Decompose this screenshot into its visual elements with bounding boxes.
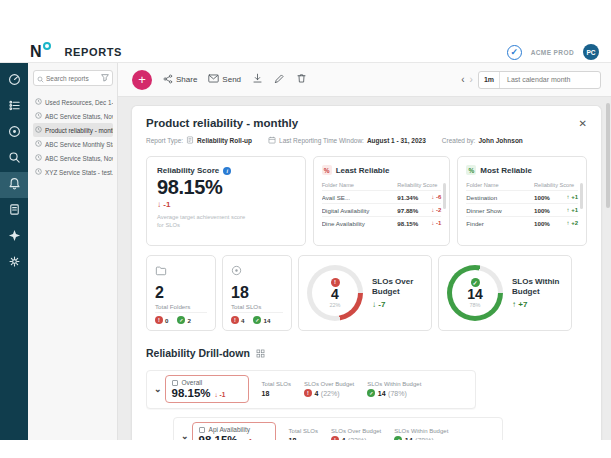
table-row[interactable]: Destination 100% ↑ +1 — [466, 190, 578, 203]
filter-icon[interactable] — [101, 74, 109, 82]
info-icon[interactable]: i — [223, 167, 231, 175]
table-row[interactable]: Dinner Show 100% ↑ +1 — [466, 203, 578, 216]
percent-red-icon: % — [322, 165, 332, 175]
folder-name: Dine Availability — [322, 220, 398, 227]
next-period-button[interactable]: › — [470, 75, 473, 85]
drilldown-row-overall: ⌄ Overall 98.15% ↓ -1 — [146, 370, 476, 409]
nav-item-slo[interactable] — [0, 120, 28, 146]
nav-item-list[interactable] — [0, 94, 28, 120]
nav-item-settings[interactable] — [0, 250, 28, 276]
prev-period-button[interactable]: ‹ — [461, 75, 464, 85]
edit-button[interactable] — [274, 72, 285, 87]
total-folders-label: Total Folders — [155, 303, 207, 310]
slos-error-count: ! 4 — [231, 316, 244, 324]
table-row[interactable]: Dine Availability 98.15% ↓ -1 — [322, 216, 442, 229]
delete-button[interactable] — [296, 72, 307, 87]
drilldown-row-delta: ↓ -1 — [242, 438, 253, 440]
within-budget-label: SLOs Within Budget — [512, 277, 560, 298]
folder-score: 100% — [534, 194, 560, 201]
nav-item-catalog[interactable] — [0, 198, 28, 224]
folder-name: Finder — [466, 220, 534, 227]
checkbox[interactable] — [199, 427, 205, 433]
gear-icon — [8, 254, 21, 272]
search-icon — [37, 69, 44, 87]
calendar-icon — [268, 136, 276, 145]
error-icon: ! — [331, 436, 339, 440]
search-box — [33, 70, 113, 86]
report-list-item[interactable]: ABC Service Status, Nov, 2022 — [33, 151, 113, 165]
avatar[interactable]: PC — [583, 44, 599, 60]
main-panel: + Share Send ‹ › 1m — [118, 63, 611, 440]
share-icon — [163, 74, 173, 86]
slos-ok-count: ✓ 14 — [253, 316, 270, 324]
drilldown-row-score: 98.15% — [199, 434, 238, 440]
close-icon[interactable]: ✕ — [579, 118, 587, 129]
download-button[interactable] — [252, 72, 263, 87]
scrollbar-thumb[interactable] — [606, 103, 610, 208]
time-range-badge: 1m — [479, 72, 500, 88]
report-list-item[interactable]: ABC Service Status, Nov, 2022 — [33, 109, 113, 123]
scrollbar-thumb[interactable] — [580, 183, 583, 209]
column-folder-name: Folder Name — [466, 182, 534, 188]
nav-item-alerts[interactable] — [0, 172, 28, 198]
header-right: ✓ ACME PROD PC — [507, 44, 599, 60]
report-item-label: ABC Service Monthly Status — [45, 141, 113, 148]
report-list-item[interactable]: ABC Service Monthly Status — [33, 137, 113, 151]
scrollbar-thumb[interactable] — [443, 183, 446, 209]
nav-item-search[interactable] — [0, 146, 28, 172]
report-list-item[interactable]: XYZ Service Stats - test... — [33, 165, 113, 179]
sparkle-icon — [8, 228, 21, 246]
total-folders-value: 2 — [155, 285, 207, 301]
reliability-score-title: Reliability Score — [157, 166, 219, 175]
toolbar: + Share Send ‹ › 1m — [118, 63, 611, 97]
check-icon: ✓ — [177, 316, 185, 324]
table-row[interactable]: Digital Availability 97.88% ↓ -2 — [322, 203, 442, 216]
table-row[interactable]: Finder 100% ↑ +2 — [466, 216, 578, 229]
drilldown-row-name: Api Availability — [209, 426, 250, 433]
report-list-item-selected[interactable]: Product reliability - monthly... — [33, 123, 113, 137]
checkbox[interactable] — [172, 380, 178, 386]
least-reliable-card: % Least Reliable Folder Name Reliability… — [313, 156, 451, 246]
report-list-item[interactable]: Used Resources, Dec 1-14, 2022 — [33, 95, 113, 109]
most-reliable-card: % Most Reliable Folder Name Reliability … — [457, 156, 587, 246]
report-type-icon — [186, 136, 194, 145]
chevron-down-icon[interactable]: ⌄ — [178, 431, 192, 440]
send-button[interactable]: Send — [208, 74, 241, 85]
drilldown-name-box[interactable]: Api Availability 98.15% ↓ -1 — [192, 422, 276, 440]
drilldown-row-api-availability: ⌄ Api Availability 98.15% ↓ -1 — [173, 417, 503, 440]
nobl9-logo: N — [30, 44, 51, 60]
reliability-score-description: Average target achievement score for SLO… — [157, 214, 249, 230]
folder-delta: ↑ +1 — [560, 194, 578, 200]
add-report-button[interactable]: + — [132, 70, 152, 90]
drilldown-over-col: SLOs Over Budget ! 4 (22%) — [331, 428, 381, 440]
search-icon — [8, 150, 21, 168]
speedometer-icon — [8, 72, 21, 90]
share-button[interactable]: Share — [163, 74, 197, 86]
folder-name: Avail SE... — [322, 194, 398, 201]
check-icon: ✓ — [253, 316, 261, 324]
created-by-label: Created by: — [442, 137, 476, 144]
drilldown-total-col: Total SLOs 18 — [289, 428, 318, 440]
grid-icon[interactable] — [256, 344, 265, 362]
nav-item-integrations[interactable] — [0, 224, 28, 250]
report-type-label: Report Type: — [146, 137, 183, 144]
status-check-icon[interactable]: ✓ — [507, 45, 522, 60]
error-icon: ! — [304, 389, 312, 397]
table-row[interactable]: Avail SE... 91.34% ↓ -6 — [322, 190, 442, 203]
folders-error-count: ! 0 — [155, 316, 168, 324]
time-range-value: Last calendar month — [500, 76, 600, 83]
report-window-meta: Last Reporting Time Window: August 1 - 3… — [268, 136, 426, 145]
search-input[interactable] — [46, 75, 96, 82]
chevron-down-icon[interactable]: ⌄ — [151, 384, 165, 394]
logo-letter: N — [30, 44, 42, 60]
over-budget-gauge: ! 4 22% — [307, 265, 363, 321]
nav-item-dashboard[interactable] — [0, 68, 28, 94]
report-title: Product reliability - monthly — [146, 117, 298, 129]
folder-name: Dinner Show — [466, 207, 534, 214]
drilldown-name-box[interactable]: Overall 98.15% ↓ -1 — [165, 375, 249, 403]
report-item-label: ABC Service Status, Nov, 2022 — [45, 113, 113, 120]
drilldown-over-col: SLOs Over Budget ! 4 (22%) — [304, 381, 354, 398]
time-range-field[interactable]: 1m Last calendar month — [478, 71, 601, 89]
nav-rail — [0, 63, 28, 440]
org-label[interactable]: ACME PROD — [531, 49, 574, 56]
